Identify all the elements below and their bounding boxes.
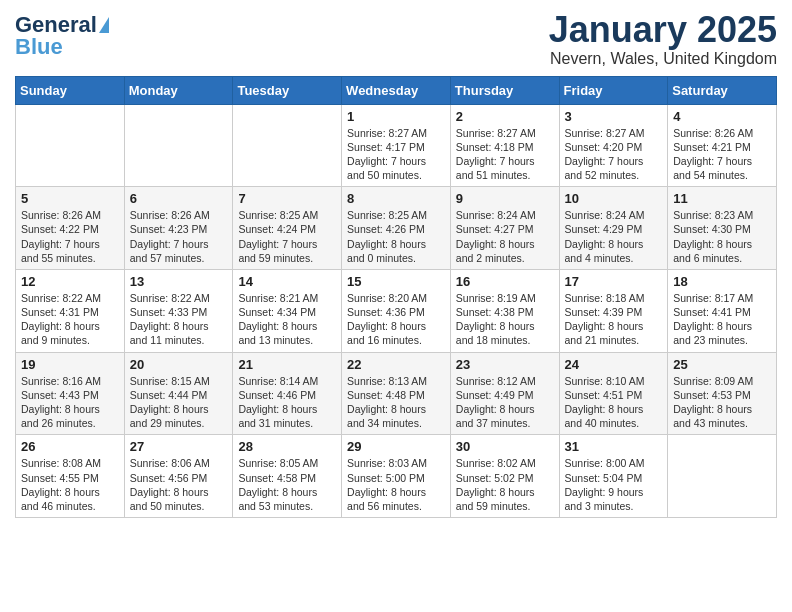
day-info: Sunrise: 8:27 AM Sunset: 4:18 PM Dayligh… bbox=[456, 126, 554, 183]
day-number: 5 bbox=[21, 191, 119, 206]
day-number: 27 bbox=[130, 439, 228, 454]
table-row: 19Sunrise: 8:16 AM Sunset: 4:43 PM Dayli… bbox=[16, 352, 125, 435]
table-row: 17Sunrise: 8:18 AM Sunset: 4:39 PM Dayli… bbox=[559, 269, 668, 352]
day-number: 29 bbox=[347, 439, 445, 454]
calendar-week-row: 5Sunrise: 8:26 AM Sunset: 4:22 PM Daylig… bbox=[16, 187, 777, 270]
logo-icon bbox=[99, 17, 109, 33]
day-number: 15 bbox=[347, 274, 445, 289]
table-row: 29Sunrise: 8:03 AM Sunset: 5:00 PM Dayli… bbox=[342, 435, 451, 518]
table-row: 5Sunrise: 8:26 AM Sunset: 4:22 PM Daylig… bbox=[16, 187, 125, 270]
table-row: 3Sunrise: 8:27 AM Sunset: 4:20 PM Daylig… bbox=[559, 104, 668, 187]
day-number: 2 bbox=[456, 109, 554, 124]
col-friday: Friday bbox=[559, 76, 668, 104]
day-number: 30 bbox=[456, 439, 554, 454]
table-row bbox=[124, 104, 233, 187]
day-info: Sunrise: 8:25 AM Sunset: 4:24 PM Dayligh… bbox=[238, 208, 336, 265]
day-info: Sunrise: 8:18 AM Sunset: 4:39 PM Dayligh… bbox=[565, 291, 663, 348]
col-saturday: Saturday bbox=[668, 76, 777, 104]
day-number: 8 bbox=[347, 191, 445, 206]
table-row: 24Sunrise: 8:10 AM Sunset: 4:51 PM Dayli… bbox=[559, 352, 668, 435]
logo: General Blue bbox=[15, 14, 109, 58]
col-wednesday: Wednesday bbox=[342, 76, 451, 104]
day-info: Sunrise: 8:05 AM Sunset: 4:58 PM Dayligh… bbox=[238, 456, 336, 513]
day-info: Sunrise: 8:06 AM Sunset: 4:56 PM Dayligh… bbox=[130, 456, 228, 513]
table-row: 28Sunrise: 8:05 AM Sunset: 4:58 PM Dayli… bbox=[233, 435, 342, 518]
day-info: Sunrise: 8:21 AM Sunset: 4:34 PM Dayligh… bbox=[238, 291, 336, 348]
day-info: Sunrise: 8:17 AM Sunset: 4:41 PM Dayligh… bbox=[673, 291, 771, 348]
day-info: Sunrise: 8:03 AM Sunset: 5:00 PM Dayligh… bbox=[347, 456, 445, 513]
day-info: Sunrise: 8:26 AM Sunset: 4:21 PM Dayligh… bbox=[673, 126, 771, 183]
day-number: 20 bbox=[130, 357, 228, 372]
day-number: 14 bbox=[238, 274, 336, 289]
calendar-week-row: 12Sunrise: 8:22 AM Sunset: 4:31 PM Dayli… bbox=[16, 269, 777, 352]
table-row: 11Sunrise: 8:23 AM Sunset: 4:30 PM Dayli… bbox=[668, 187, 777, 270]
table-row: 14Sunrise: 8:21 AM Sunset: 4:34 PM Dayli… bbox=[233, 269, 342, 352]
table-row: 1Sunrise: 8:27 AM Sunset: 4:17 PM Daylig… bbox=[342, 104, 451, 187]
table-row bbox=[233, 104, 342, 187]
table-row: 22Sunrise: 8:13 AM Sunset: 4:48 PM Dayli… bbox=[342, 352, 451, 435]
day-info: Sunrise: 8:22 AM Sunset: 4:33 PM Dayligh… bbox=[130, 291, 228, 348]
day-info: Sunrise: 8:24 AM Sunset: 4:29 PM Dayligh… bbox=[565, 208, 663, 265]
day-number: 13 bbox=[130, 274, 228, 289]
table-row: 12Sunrise: 8:22 AM Sunset: 4:31 PM Dayli… bbox=[16, 269, 125, 352]
day-info: Sunrise: 8:25 AM Sunset: 4:26 PM Dayligh… bbox=[347, 208, 445, 265]
table-row: 16Sunrise: 8:19 AM Sunset: 4:38 PM Dayli… bbox=[450, 269, 559, 352]
table-row: 26Sunrise: 8:08 AM Sunset: 4:55 PM Dayli… bbox=[16, 435, 125, 518]
day-number: 23 bbox=[456, 357, 554, 372]
table-row: 13Sunrise: 8:22 AM Sunset: 4:33 PM Dayli… bbox=[124, 269, 233, 352]
day-number: 25 bbox=[673, 357, 771, 372]
day-info: Sunrise: 8:12 AM Sunset: 4:49 PM Dayligh… bbox=[456, 374, 554, 431]
table-row: 21Sunrise: 8:14 AM Sunset: 4:46 PM Dayli… bbox=[233, 352, 342, 435]
calendar-week-row: 19Sunrise: 8:16 AM Sunset: 4:43 PM Dayli… bbox=[16, 352, 777, 435]
day-info: Sunrise: 8:00 AM Sunset: 5:04 PM Dayligh… bbox=[565, 456, 663, 513]
table-row bbox=[16, 104, 125, 187]
col-thursday: Thursday bbox=[450, 76, 559, 104]
page-subtitle: Nevern, Wales, United Kingdom bbox=[549, 50, 777, 68]
table-row: 15Sunrise: 8:20 AM Sunset: 4:36 PM Dayli… bbox=[342, 269, 451, 352]
table-row: 20Sunrise: 8:15 AM Sunset: 4:44 PM Dayli… bbox=[124, 352, 233, 435]
day-info: Sunrise: 8:19 AM Sunset: 4:38 PM Dayligh… bbox=[456, 291, 554, 348]
calendar-week-row: 26Sunrise: 8:08 AM Sunset: 4:55 PM Dayli… bbox=[16, 435, 777, 518]
calendar-week-row: 1Sunrise: 8:27 AM Sunset: 4:17 PM Daylig… bbox=[16, 104, 777, 187]
title-block: January 2025 Nevern, Wales, United Kingd… bbox=[549, 10, 777, 68]
day-number: 6 bbox=[130, 191, 228, 206]
calendar-table: Sunday Monday Tuesday Wednesday Thursday… bbox=[15, 76, 777, 518]
table-row bbox=[668, 435, 777, 518]
day-number: 19 bbox=[21, 357, 119, 372]
day-info: Sunrise: 8:09 AM Sunset: 4:53 PM Dayligh… bbox=[673, 374, 771, 431]
day-number: 3 bbox=[565, 109, 663, 124]
day-info: Sunrise: 8:08 AM Sunset: 4:55 PM Dayligh… bbox=[21, 456, 119, 513]
table-row: 25Sunrise: 8:09 AM Sunset: 4:53 PM Dayli… bbox=[668, 352, 777, 435]
day-info: Sunrise: 8:27 AM Sunset: 4:20 PM Dayligh… bbox=[565, 126, 663, 183]
col-sunday: Sunday bbox=[16, 76, 125, 104]
logo-blue: Blue bbox=[15, 36, 63, 58]
day-info: Sunrise: 8:22 AM Sunset: 4:31 PM Dayligh… bbox=[21, 291, 119, 348]
page-title: January 2025 bbox=[549, 10, 777, 50]
day-info: Sunrise: 8:10 AM Sunset: 4:51 PM Dayligh… bbox=[565, 374, 663, 431]
table-row: 31Sunrise: 8:00 AM Sunset: 5:04 PM Dayli… bbox=[559, 435, 668, 518]
day-info: Sunrise: 8:27 AM Sunset: 4:17 PM Dayligh… bbox=[347, 126, 445, 183]
day-info: Sunrise: 8:26 AM Sunset: 4:23 PM Dayligh… bbox=[130, 208, 228, 265]
day-number: 9 bbox=[456, 191, 554, 206]
table-row: 4Sunrise: 8:26 AM Sunset: 4:21 PM Daylig… bbox=[668, 104, 777, 187]
page-header: General Blue January 2025 Nevern, Wales,… bbox=[15, 10, 777, 68]
table-row: 18Sunrise: 8:17 AM Sunset: 4:41 PM Dayli… bbox=[668, 269, 777, 352]
day-number: 21 bbox=[238, 357, 336, 372]
day-number: 24 bbox=[565, 357, 663, 372]
day-info: Sunrise: 8:15 AM Sunset: 4:44 PM Dayligh… bbox=[130, 374, 228, 431]
day-info: Sunrise: 8:23 AM Sunset: 4:30 PM Dayligh… bbox=[673, 208, 771, 265]
col-tuesday: Tuesday bbox=[233, 76, 342, 104]
day-number: 17 bbox=[565, 274, 663, 289]
day-info: Sunrise: 8:20 AM Sunset: 4:36 PM Dayligh… bbox=[347, 291, 445, 348]
day-number: 31 bbox=[565, 439, 663, 454]
table-row: 10Sunrise: 8:24 AM Sunset: 4:29 PM Dayli… bbox=[559, 187, 668, 270]
table-row: 6Sunrise: 8:26 AM Sunset: 4:23 PM Daylig… bbox=[124, 187, 233, 270]
day-info: Sunrise: 8:13 AM Sunset: 4:48 PM Dayligh… bbox=[347, 374, 445, 431]
day-number: 22 bbox=[347, 357, 445, 372]
day-number: 26 bbox=[21, 439, 119, 454]
day-number: 12 bbox=[21, 274, 119, 289]
day-info: Sunrise: 8:14 AM Sunset: 4:46 PM Dayligh… bbox=[238, 374, 336, 431]
day-number: 4 bbox=[673, 109, 771, 124]
day-info: Sunrise: 8:24 AM Sunset: 4:27 PM Dayligh… bbox=[456, 208, 554, 265]
day-info: Sunrise: 8:26 AM Sunset: 4:22 PM Dayligh… bbox=[21, 208, 119, 265]
